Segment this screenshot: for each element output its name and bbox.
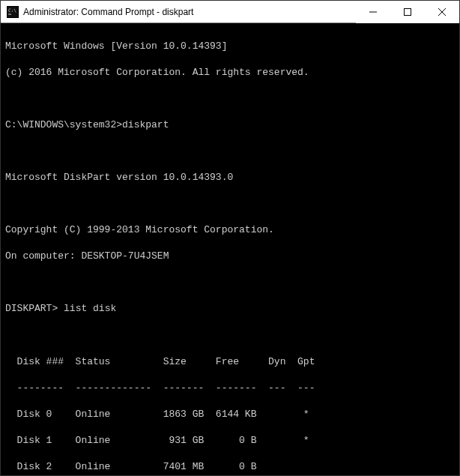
prompt-list-disk: DISKPART> list disk bbox=[5, 302, 455, 316]
svg-text:C:\: C:\ bbox=[8, 7, 16, 13]
computer-name: On computer: DESKTOP-7U4JSEM bbox=[5, 250, 455, 263]
table-row: Disk 1 Online 931 GB 0 B * bbox=[5, 434, 455, 448]
svg-rect-5 bbox=[405, 8, 411, 15]
minimize-button[interactable] bbox=[356, 1, 390, 23]
table-row: Disk 2 Online 7401 MB 0 B bbox=[5, 460, 455, 474]
app-icon: C:\ bbox=[7, 6, 19, 18]
maximize-button[interactable] bbox=[390, 1, 425, 23]
copyright-line: (c) 2016 Microsoft Corporation. All righ… bbox=[5, 66, 455, 79]
disk-table-header: Disk ### Status Size Free Dyn Gpt bbox=[5, 355, 455, 369]
blank-line bbox=[5, 276, 455, 289]
initial-prompt: C:\WINDOWS\system32>diskpart bbox=[5, 118, 455, 132]
header-line: Microsoft Windows [Version 10.0.14393] bbox=[5, 40, 455, 53]
command-prompt-window: C:\ Administrator: Command Prompt - disk… bbox=[0, 0, 460, 476]
disk-table-divider: -------- ------------- ------- ------- -… bbox=[5, 382, 455, 395]
window-title: Administrator: Command Prompt - diskpart bbox=[23, 7, 356, 17]
table-row: Disk 0 Online 1863 GB 6144 KB * bbox=[5, 408, 455, 421]
diskpart-version: Microsoft DiskPart version 10.0.14393.0 bbox=[5, 171, 455, 184]
blank-line bbox=[5, 329, 455, 343]
blank-line bbox=[5, 92, 455, 106]
blank-line bbox=[5, 197, 455, 211]
close-button[interactable] bbox=[425, 1, 459, 23]
blank-line bbox=[5, 145, 455, 158]
titlebar[interactable]: C:\ Administrator: Command Prompt - disk… bbox=[1, 1, 459, 23]
diskpart-copyright: Copyright (C) 1999-2013 Microsoft Corpor… bbox=[5, 223, 455, 237]
terminal-output[interactable]: Microsoft Windows [Version 10.0.14393] (… bbox=[1, 23, 459, 475]
